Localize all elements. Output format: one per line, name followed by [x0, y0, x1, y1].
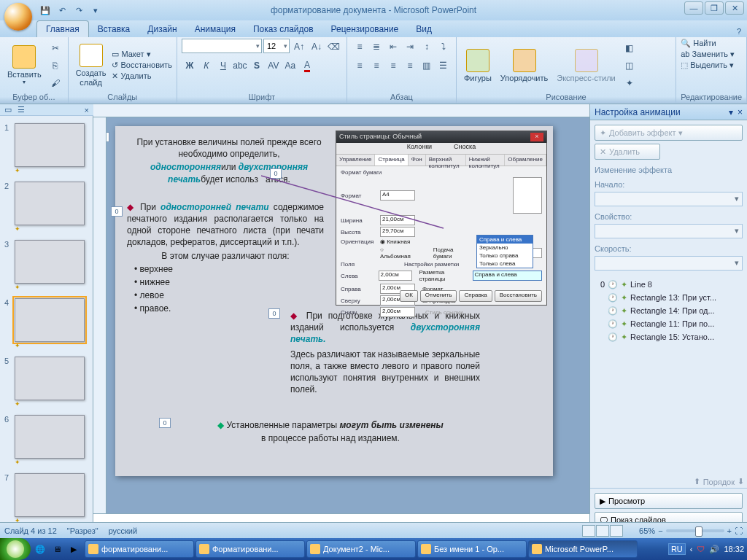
- shrink-font-icon[interactable]: A↓: [309, 39, 325, 55]
- close-button[interactable]: ✕: [725, 1, 744, 15]
- strike-icon[interactable]: abc: [232, 58, 248, 74]
- remove-effect-button[interactable]: ✕Удалить: [595, 144, 660, 160]
- bullets-icon[interactable]: ≡: [352, 39, 368, 55]
- numbering-icon[interactable]: ≣: [368, 39, 384, 55]
- undo-icon[interactable]: ↶: [55, 3, 69, 18]
- select-button[interactable]: ⬚ Выделить ▾: [681, 61, 734, 70]
- language-indicator[interactable]: RU: [668, 543, 686, 555]
- office-button[interactable]: [4, 3, 32, 31]
- copy-icon[interactable]: ⎘: [47, 58, 63, 74]
- tray-volume-icon[interactable]: 🔊: [709, 545, 719, 554]
- anim-tag[interactable]: 0: [107, 132, 109, 142]
- tab-animation[interactable]: Анимация: [186, 21, 244, 37]
- zoom-out-icon[interactable]: −: [658, 526, 662, 535]
- thumbnail-2[interactable]: 2✦: [4, 182, 88, 233]
- ql-media-icon[interactable]: ▶: [66, 540, 82, 558]
- zoom-percent[interactable]: 65%: [639, 526, 655, 535]
- underline-icon[interactable]: Ч: [215, 58, 231, 74]
- thumbnail-3[interactable]: 3✦: [4, 240, 88, 291]
- effect-item[interactable]: 🕐✦Rectangle 15: Устано...: [595, 330, 743, 343]
- outline-tab-icon[interactable]: ▭: [4, 105, 12, 114]
- replace-button[interactable]: ab Заменить ▾: [681, 50, 735, 59]
- preview-button[interactable]: ▶Просмотр: [595, 493, 743, 509]
- maximize-button[interactable]: ❐: [705, 1, 724, 15]
- slideshow-view-icon[interactable]: [610, 525, 623, 537]
- task-button[interactable]: Без имени 1 - Op...: [417, 540, 527, 558]
- minimize-button[interactable]: —: [684, 1, 703, 15]
- qat-more-icon[interactable]: ▾: [88, 3, 103, 18]
- tab-insert[interactable]: Вставка: [89, 21, 139, 37]
- anim-tag[interactable]: 0: [111, 206, 123, 217]
- anim-tag[interactable]: 0: [270, 168, 282, 179]
- anim-tag[interactable]: 0: [159, 418, 171, 428]
- align-justify-icon[interactable]: ≡: [402, 58, 418, 74]
- cut-icon[interactable]: ✂: [47, 40, 63, 56]
- slide[interactable]: 0 При установке величины полей прежде вс…: [115, 126, 553, 476]
- effect-item[interactable]: 0🕐✦Line 8: [595, 278, 743, 291]
- reset-button[interactable]: ↺Восстановить: [112, 61, 171, 70]
- find-button[interactable]: 🔍 Найти: [681, 39, 716, 48]
- help-icon[interactable]: ?: [731, 26, 747, 37]
- thumbnail-5[interactable]: 5✦: [4, 357, 88, 408]
- tray-shield-icon[interactable]: 🛡: [697, 545, 705, 553]
- shape-effects-icon[interactable]: ✦: [622, 75, 638, 91]
- smartart-icon[interactable]: ☰: [436, 58, 452, 74]
- line-spacing-icon[interactable]: ↕: [419, 39, 435, 55]
- redo-icon[interactable]: ↷: [71, 3, 86, 18]
- tray-icon[interactable]: ‹: [690, 545, 693, 553]
- close-thumbs-icon[interactable]: ×: [85, 106, 89, 114]
- fit-icon[interactable]: ⛶: [735, 526, 743, 535]
- normal-view-icon[interactable]: [582, 525, 595, 537]
- property-combo[interactable]: [595, 224, 743, 238]
- zoom-slider[interactable]: [666, 529, 724, 532]
- add-effect-button[interactable]: ✦Добавить эффект ▾: [595, 125, 743, 141]
- language[interactable]: русский: [109, 526, 137, 535]
- effect-item[interactable]: 🕐✦Rectangle 11: При по...: [595, 317, 743, 330]
- start-button[interactable]: [0, 538, 31, 560]
- format-painter-icon[interactable]: 🖌: [47, 75, 63, 91]
- tab-design[interactable]: Дизайн: [139, 21, 185, 37]
- align-left-icon[interactable]: ≡: [352, 58, 368, 74]
- indent-inc-icon[interactable]: ⇥: [402, 39, 418, 55]
- arrange-button[interactable]: Упорядочить: [498, 47, 551, 84]
- zoom-in-icon[interactable]: +: [727, 526, 732, 535]
- bold-icon[interactable]: Ж: [182, 58, 198, 74]
- thumbnail-7[interactable]: 7✦: [4, 473, 88, 524]
- close-pane-icon[interactable]: ×: [738, 107, 743, 117]
- clock[interactable]: 18:32: [724, 545, 744, 553]
- slide-canvas[interactable]: 0 При установке величины полей прежде вс…: [107, 117, 589, 513]
- save-icon[interactable]: 💾: [38, 3, 53, 18]
- start-combo[interactable]: [595, 192, 743, 206]
- sorter-view-icon[interactable]: [596, 525, 609, 537]
- indent-dec-icon[interactable]: ⇤: [385, 39, 401, 55]
- quick-styles-button[interactable]: Экспресс-стили: [554, 47, 618, 84]
- thumbnail-1[interactable]: 1✦: [4, 123, 88, 174]
- anim-tag[interactable]: 0: [268, 308, 280, 319]
- case-icon[interactable]: Aa: [282, 58, 298, 74]
- font-size-combo[interactable]: 12: [263, 39, 290, 53]
- tab-view[interactable]: Вид: [407, 21, 441, 37]
- paste-button[interactable]: Вставить▾: [4, 44, 44, 87]
- italic-icon[interactable]: К: [198, 58, 214, 74]
- tab-slideshow[interactable]: Показ слайдов: [244, 21, 322, 37]
- clear-format-icon[interactable]: ⌫: [326, 39, 342, 55]
- ql-desktop-icon[interactable]: 🖥: [49, 540, 65, 558]
- align-center-icon[interactable]: ≡: [368, 58, 384, 74]
- slides-tab-icon[interactable]: ☰: [18, 105, 25, 114]
- shapes-button[interactable]: Фигуры: [461, 47, 495, 84]
- speed-combo[interactable]: [595, 256, 743, 271]
- text-direction-icon[interactable]: ⤵: [436, 39, 452, 55]
- thumbnail-4[interactable]: 4✦: [4, 298, 88, 349]
- grow-font-icon[interactable]: A↑: [291, 39, 307, 55]
- effect-item[interactable]: 🕐✦Rectangle 14: При од...: [595, 304, 743, 317]
- task-button[interactable]: Форматировани...: [196, 540, 305, 558]
- font-family-combo[interactable]: [182, 39, 262, 53]
- columns-icon[interactable]: ▥: [419, 58, 435, 74]
- new-slide-button[interactable]: Создать слайд: [73, 42, 109, 88]
- tab-home[interactable]: Главная: [36, 20, 89, 37]
- delete-slide-button[interactable]: ✕Удалить: [112, 71, 171, 81]
- effect-list[interactable]: 0🕐✦Line 8🕐✦Rectangle 13: При уст...🕐✦Rec…: [595, 278, 743, 343]
- shape-fill-icon[interactable]: ◧: [622, 40, 638, 56]
- effect-item[interactable]: 🕐✦Rectangle 13: При уст...: [595, 291, 743, 304]
- layout-button[interactable]: ▭Макет ▾: [112, 50, 171, 59]
